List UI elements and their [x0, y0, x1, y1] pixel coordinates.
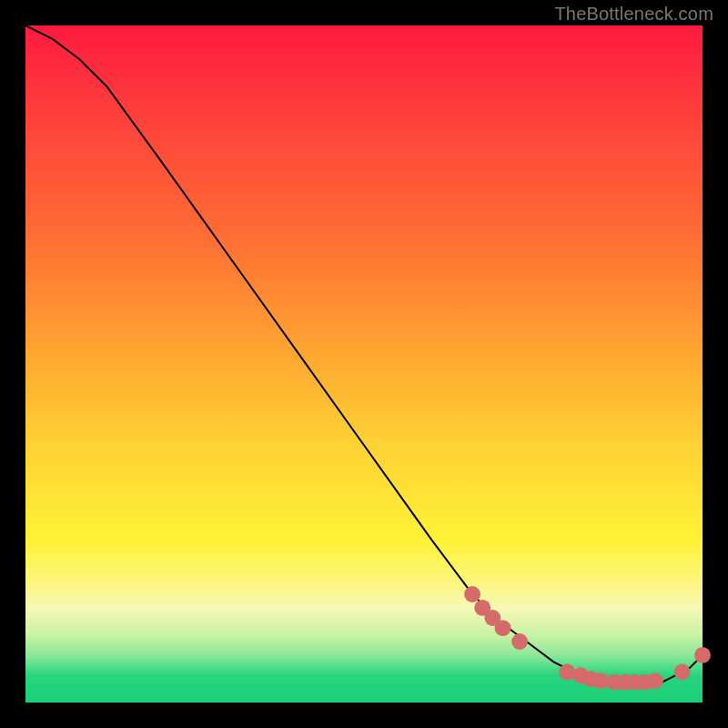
chart-frame: TheBottleneck.com	[0, 0, 728, 728]
data-marker	[694, 647, 711, 663]
data-marker	[647, 672, 663, 689]
plot-area	[25, 25, 703, 703]
data-marker	[495, 620, 511, 636]
chart-svg	[25, 25, 703, 703]
marker-group	[464, 586, 711, 691]
data-marker	[464, 586, 480, 602]
data-marker	[511, 633, 528, 650]
curve-path	[25, 25, 703, 682]
data-marker	[559, 664, 575, 681]
watermark-text: TheBottleneck.com	[554, 4, 713, 25]
data-marker	[674, 664, 691, 681]
